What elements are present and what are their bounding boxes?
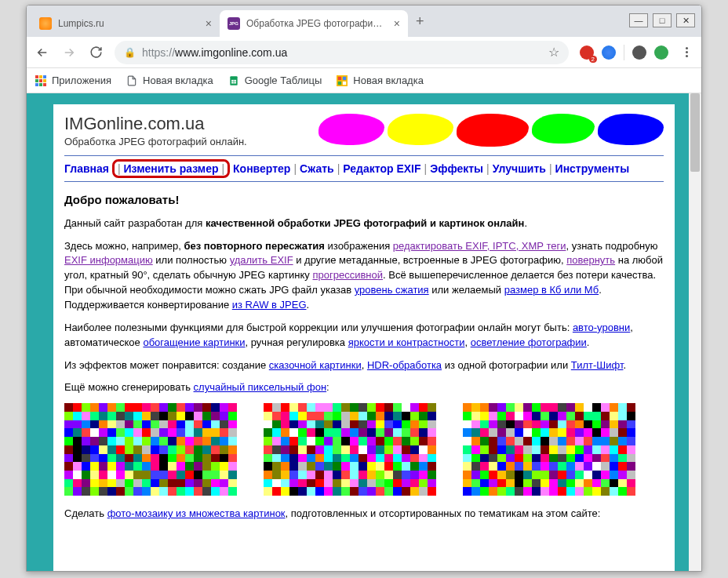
close-icon[interactable]: × <box>394 17 400 30</box>
paragraph: Здесь можно, например, без повторного пе… <box>64 239 664 313</box>
header-blobs <box>318 114 664 147</box>
nav-link[interactable]: Сжать <box>300 162 334 175</box>
forward-button[interactable] <box>61 45 77 60</box>
separator: | <box>549 162 552 175</box>
link[interactable]: удалить EXIF <box>230 254 293 266</box>
star-icon[interactable]: ☆ <box>548 45 559 60</box>
back-button[interactable] <box>35 45 50 60</box>
color-blob <box>388 114 453 145</box>
main-content: Добро пожаловать! Данный сайт разработан… <box>64 191 664 522</box>
tab-title: Обработка JPEG фотографий он <box>246 18 388 29</box>
extension-icon[interactable] <box>602 45 616 60</box>
nav-link[interactable]: Инструменты <box>555 162 630 175</box>
separator: | <box>293 162 297 175</box>
apps-icon <box>35 75 47 87</box>
highlight-annotation: | Изменить размер | <box>112 159 230 178</box>
extension-icon[interactable] <box>654 45 668 60</box>
nav-link[interactable]: Улучшить <box>493 162 546 175</box>
minimize-button[interactable]: — <box>629 13 648 27</box>
page-content: IMGonline.com.ua Обработка JPEG фотограф… <box>53 104 675 571</box>
bookmark-label: Новая вкладка <box>143 75 213 86</box>
svg-rect-14 <box>338 76 341 79</box>
pixel-grids <box>64 403 664 496</box>
url-input[interactable]: 🔒 https://www.imgonline.com.ua ☆ <box>115 41 569 64</box>
new-tab-button[interactable]: + <box>408 13 432 30</box>
nav-link[interactable]: Главная <box>64 162 109 175</box>
extension-icon[interactable]: 2 <box>580 45 594 60</box>
menu-button[interactable] <box>679 47 693 57</box>
browser-tab[interactable]: JPG Обработка JPEG фотографий он × <box>220 10 408 37</box>
link[interactable]: авто-уровни <box>573 322 630 333</box>
link[interactable]: осветление фотографии <box>471 336 587 348</box>
link[interactable]: прогрессивной <box>312 269 383 281</box>
extension-icons: 2 <box>580 45 668 60</box>
reload-button[interactable] <box>88 45 104 60</box>
color-blob <box>457 114 529 147</box>
paragraph: Наиболее полезными функциями для быстрой… <box>64 321 664 351</box>
nav-link[interactable]: Изменить размер <box>123 162 218 175</box>
profile-avatar[interactable] <box>632 45 646 60</box>
svg-rect-17 <box>343 81 346 84</box>
separator: | <box>486 162 490 175</box>
bookmark-label: Приложения <box>52 75 111 86</box>
svg-rect-5 <box>43 79 46 82</box>
svg-rect-4 <box>39 79 42 82</box>
link[interactable]: повернуть <box>566 254 615 266</box>
svg-rect-0 <box>35 75 38 78</box>
bookmark-label: Новая вкладка <box>353 75 424 86</box>
paragraph: Сделать фото-мозаику из множества картин… <box>64 507 664 522</box>
link[interactable]: EXIF информацию <box>64 254 153 266</box>
close-icon[interactable]: × <box>206 17 212 30</box>
bookmark-item[interactable]: Google Таблицы <box>228 75 322 87</box>
svg-rect-15 <box>343 76 346 79</box>
close-button[interactable]: ✕ <box>676 13 695 27</box>
bookmark-item[interactable]: Новая вкладка <box>126 75 213 87</box>
maximize-button[interactable]: □ <box>653 13 672 27</box>
paragraph: Данный сайт разработан для качественной … <box>64 216 664 231</box>
link[interactable]: размер в Кб или Мб <box>504 284 599 296</box>
link[interactable]: HDR-обработка <box>367 359 442 371</box>
link[interactable]: фото-мозаику из множества картинок <box>107 507 286 519</box>
link[interactable]: сказочной картинки <box>269 359 362 371</box>
link[interactable]: редактировать EXIF, IPTC, XMP теги <box>393 240 566 252</box>
badge: 2 <box>589 56 597 63</box>
favicon-icon <box>39 17 52 30</box>
separator: | <box>424 162 428 175</box>
page-viewport: IMGonline.com.ua Обработка JPEG фотограф… <box>27 93 701 571</box>
nav-link[interactable]: Редактор EXIF <box>343 162 420 175</box>
lock-icon: 🔒 <box>124 47 136 58</box>
gallery-icon <box>336 75 348 87</box>
bookmark-label: Google Таблицы <box>245 75 322 86</box>
page-heading: Добро пожаловать! <box>64 191 664 209</box>
scrollbar[interactable] <box>689 93 701 571</box>
url-text: https://www.imgonline.com.ua <box>142 46 287 59</box>
link[interactable]: яркости и контрастности <box>348 336 465 348</box>
color-blob <box>318 114 384 145</box>
link[interactable]: Тилт-Шифт <box>571 359 624 371</box>
bookmarks-bar: Приложения Новая вкладка Google Таблицы … <box>27 68 701 93</box>
svg-rect-8 <box>43 83 46 86</box>
bookmark-apps[interactable]: Приложения <box>35 75 111 87</box>
window-controls: — □ ✕ <box>629 13 695 27</box>
page-icon <box>126 75 138 87</box>
nav-link[interactable]: Конвертер <box>233 162 290 175</box>
bookmark-item[interactable]: Новая вкладка <box>336 75 424 87</box>
site-header: IMGonline.com.ua Обработка JPEG фотограф… <box>64 114 664 147</box>
separator: | <box>337 162 340 175</box>
svg-rect-2 <box>43 75 46 78</box>
pixel-grid <box>264 403 436 496</box>
svg-rect-16 <box>338 81 341 84</box>
svg-rect-7 <box>39 83 42 86</box>
link[interactable]: уровень сжатия <box>355 284 429 296</box>
color-blob <box>532 114 595 144</box>
link[interactable]: случайный пиксельный фон <box>194 381 327 393</box>
link[interactable]: обогащение картинки <box>143 336 245 348</box>
browser-tab[interactable]: Lumpics.ru × <box>31 10 220 37</box>
paragraph: Из эффектов может понравится: создание с… <box>64 358 664 373</box>
address-bar: 🔒 https://www.imgonline.com.ua ☆ 2 <box>27 37 701 68</box>
nav-link[interactable]: Эффекты <box>430 162 483 175</box>
color-blob <box>598 114 664 145</box>
svg-rect-3 <box>35 79 38 82</box>
scroll-thumb[interactable] <box>690 93 700 172</box>
link[interactable]: из RAW в JPEG <box>232 299 307 311</box>
